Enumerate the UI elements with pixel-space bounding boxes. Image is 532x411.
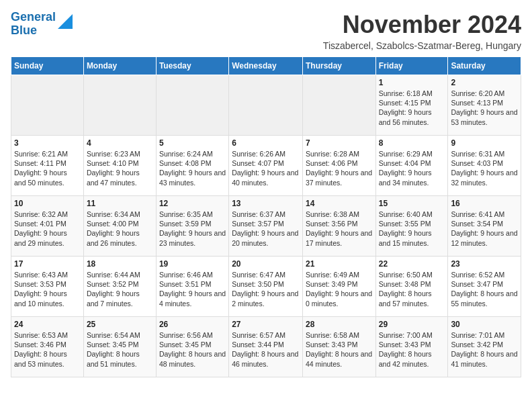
- day-number: 20: [232, 259, 300, 269]
- day-number: 26: [159, 320, 226, 329]
- calendar-table: SundayMondayTuesdayWednesdayThursdayFrid…: [11, 56, 521, 377]
- day-number: 4: [87, 138, 153, 148]
- day-cell: [156, 75, 228, 136]
- col-header-friday: Friday: [375, 57, 448, 75]
- day-info: Sunrise: 6:35 AM Sunset: 3:59 PM Dayligh…: [159, 210, 226, 248]
- day-info: Sunrise: 6:44 AM Sunset: 3:52 PM Dayligh…: [87, 270, 153, 308]
- logo-line1: General: [11, 10, 56, 24]
- day-cell: 17Sunrise: 6:43 AM Sunset: 3:53 PM Dayli…: [11, 257, 84, 317]
- day-number: 13: [232, 199, 300, 208]
- day-cell: 5Sunrise: 6:24 AM Sunset: 4:08 PM Daylig…: [156, 136, 228, 196]
- day-number: 14: [306, 199, 373, 208]
- day-number: 28: [306, 320, 373, 329]
- day-info: Sunrise: 6:32 AM Sunset: 4:01 PM Dayligh…: [14, 210, 81, 248]
- col-header-saturday: Saturday: [448, 57, 521, 75]
- day-cell: 29Sunrise: 7:00 AM Sunset: 3:43 PM Dayli…: [375, 317, 448, 377]
- day-info: Sunrise: 6:18 AM Sunset: 4:15 PM Dayligh…: [379, 89, 445, 127]
- day-number: 1: [379, 78, 445, 87]
- logo-text: General Blue: [11, 11, 56, 38]
- day-number: 24: [14, 320, 81, 329]
- logo: General Blue: [11, 11, 73, 38]
- week-row-4: 17Sunrise: 6:43 AM Sunset: 3:53 PM Dayli…: [11, 257, 521, 317]
- day-number: 8: [379, 138, 445, 148]
- title-block: November 2024 Tiszabercel, Szabolcs-Szat…: [323, 11, 521, 51]
- day-cell: 10Sunrise: 6:32 AM Sunset: 4:01 PM Dayli…: [11, 196, 84, 257]
- day-cell: [83, 75, 156, 136]
- month-title: November 2024: [323, 11, 521, 39]
- day-cell: 24Sunrise: 6:53 AM Sunset: 3:46 PM Dayli…: [11, 317, 84, 377]
- day-cell: 16Sunrise: 6:41 AM Sunset: 3:54 PM Dayli…: [448, 196, 521, 257]
- day-info: Sunrise: 6:24 AM Sunset: 4:08 PM Dayligh…: [159, 149, 226, 187]
- col-header-monday: Monday: [83, 57, 156, 75]
- day-cell: 30Sunrise: 7:01 AM Sunset: 3:42 PM Dayli…: [448, 317, 521, 377]
- day-cell: 11Sunrise: 6:34 AM Sunset: 4:00 PM Dayli…: [83, 196, 156, 257]
- day-number: 12: [159, 199, 226, 208]
- week-row-2: 3Sunrise: 6:21 AM Sunset: 4:11 PM Daylig…: [11, 136, 521, 196]
- day-number: 2: [451, 78, 518, 87]
- day-info: Sunrise: 7:00 AM Sunset: 3:43 PM Dayligh…: [379, 330, 445, 369]
- day-number: 11: [87, 199, 153, 208]
- day-cell: 1Sunrise: 6:18 AM Sunset: 4:15 PM Daylig…: [375, 75, 448, 136]
- day-cell: 25Sunrise: 6:54 AM Sunset: 3:45 PM Dayli…: [83, 317, 156, 377]
- day-info: Sunrise: 6:23 AM Sunset: 4:10 PM Dayligh…: [87, 149, 153, 187]
- day-number: 29: [379, 320, 445, 329]
- day-info: Sunrise: 6:38 AM Sunset: 3:56 PM Dayligh…: [306, 210, 373, 248]
- day-info: Sunrise: 6:52 AM Sunset: 3:47 PM Dayligh…: [451, 270, 518, 308]
- day-info: Sunrise: 6:53 AM Sunset: 3:46 PM Dayligh…: [14, 330, 81, 369]
- day-number: 23: [451, 259, 518, 269]
- day-info: Sunrise: 6:41 AM Sunset: 3:54 PM Dayligh…: [451, 210, 518, 248]
- day-number: 3: [14, 138, 81, 148]
- day-cell: 19Sunrise: 6:46 AM Sunset: 3:51 PM Dayli…: [156, 257, 228, 317]
- day-number: 19: [159, 259, 226, 269]
- day-number: 16: [451, 199, 518, 208]
- day-info: Sunrise: 6:21 AM Sunset: 4:11 PM Dayligh…: [14, 149, 81, 187]
- location-subtitle: Tiszabercel, Szabolcs-Szatmar-Bereg, Hun…: [323, 40, 521, 51]
- logo-icon: [58, 14, 73, 29]
- day-cell: [302, 75, 375, 136]
- day-info: Sunrise: 7:01 AM Sunset: 3:42 PM Dayligh…: [451, 330, 518, 369]
- day-cell: 27Sunrise: 6:57 AM Sunset: 3:44 PM Dayli…: [229, 317, 303, 377]
- day-cell: 15Sunrise: 6:40 AM Sunset: 3:55 PM Dayli…: [375, 196, 448, 257]
- day-info: Sunrise: 6:37 AM Sunset: 3:57 PM Dayligh…: [232, 210, 300, 248]
- day-number: 21: [306, 259, 373, 269]
- day-info: Sunrise: 6:46 AM Sunset: 3:51 PM Dayligh…: [159, 270, 226, 308]
- logo-line2: Blue: [11, 24, 37, 37]
- calendar-header-row: SundayMondayTuesdayWednesdayThursdayFrid…: [11, 57, 521, 75]
- day-cell: 18Sunrise: 6:44 AM Sunset: 3:52 PM Dayli…: [83, 257, 156, 317]
- day-cell: 8Sunrise: 6:29 AM Sunset: 4:04 PM Daylig…: [375, 136, 448, 196]
- day-info: Sunrise: 6:50 AM Sunset: 3:48 PM Dayligh…: [379, 270, 445, 308]
- day-info: Sunrise: 6:47 AM Sunset: 3:50 PM Dayligh…: [232, 270, 300, 308]
- day-cell: 7Sunrise: 6:28 AM Sunset: 4:06 PM Daylig…: [302, 136, 375, 196]
- day-cell: 13Sunrise: 6:37 AM Sunset: 3:57 PM Dayli…: [229, 196, 303, 257]
- day-number: 27: [232, 320, 300, 329]
- svg-marker-0: [58, 14, 73, 29]
- day-number: 18: [87, 259, 153, 269]
- day-info: Sunrise: 6:43 AM Sunset: 3:53 PM Dayligh…: [14, 270, 81, 308]
- day-number: 30: [451, 320, 518, 329]
- col-header-thursday: Thursday: [302, 57, 375, 75]
- day-number: 10: [14, 199, 81, 208]
- day-info: Sunrise: 6:34 AM Sunset: 4:00 PM Dayligh…: [87, 210, 153, 248]
- day-cell: 4Sunrise: 6:23 AM Sunset: 4:10 PM Daylig…: [83, 136, 156, 196]
- day-info: Sunrise: 6:31 AM Sunset: 4:03 PM Dayligh…: [451, 149, 518, 187]
- day-cell: 2Sunrise: 6:20 AM Sunset: 4:13 PM Daylig…: [448, 75, 521, 136]
- day-cell: 22Sunrise: 6:50 AM Sunset: 3:48 PM Dayli…: [375, 257, 448, 317]
- day-info: Sunrise: 6:26 AM Sunset: 4:07 PM Dayligh…: [232, 149, 300, 187]
- col-header-sunday: Sunday: [11, 57, 84, 75]
- week-row-1: 1Sunrise: 6:18 AM Sunset: 4:15 PM Daylig…: [11, 75, 521, 136]
- day-cell: 21Sunrise: 6:49 AM Sunset: 3:49 PM Dayli…: [302, 257, 375, 317]
- day-number: 25: [87, 320, 153, 329]
- day-cell: [229, 75, 303, 136]
- day-number: 5: [159, 138, 226, 148]
- day-info: Sunrise: 6:40 AM Sunset: 3:55 PM Dayligh…: [379, 210, 445, 248]
- day-info: Sunrise: 6:20 AM Sunset: 4:13 PM Dayligh…: [451, 89, 518, 127]
- day-cell: 6Sunrise: 6:26 AM Sunset: 4:07 PM Daylig…: [229, 136, 303, 196]
- day-cell: 9Sunrise: 6:31 AM Sunset: 4:03 PM Daylig…: [448, 136, 521, 196]
- day-cell: 23Sunrise: 6:52 AM Sunset: 3:47 PM Dayli…: [448, 257, 521, 317]
- day-info: Sunrise: 6:56 AM Sunset: 3:45 PM Dayligh…: [159, 330, 226, 369]
- page-header: General Blue November 2024 Tiszabercel, …: [11, 11, 521, 51]
- col-header-tuesday: Tuesday: [156, 57, 228, 75]
- day-cell: [11, 75, 84, 136]
- day-info: Sunrise: 6:28 AM Sunset: 4:06 PM Dayligh…: [306, 149, 373, 187]
- week-row-5: 24Sunrise: 6:53 AM Sunset: 3:46 PM Dayli…: [11, 317, 521, 377]
